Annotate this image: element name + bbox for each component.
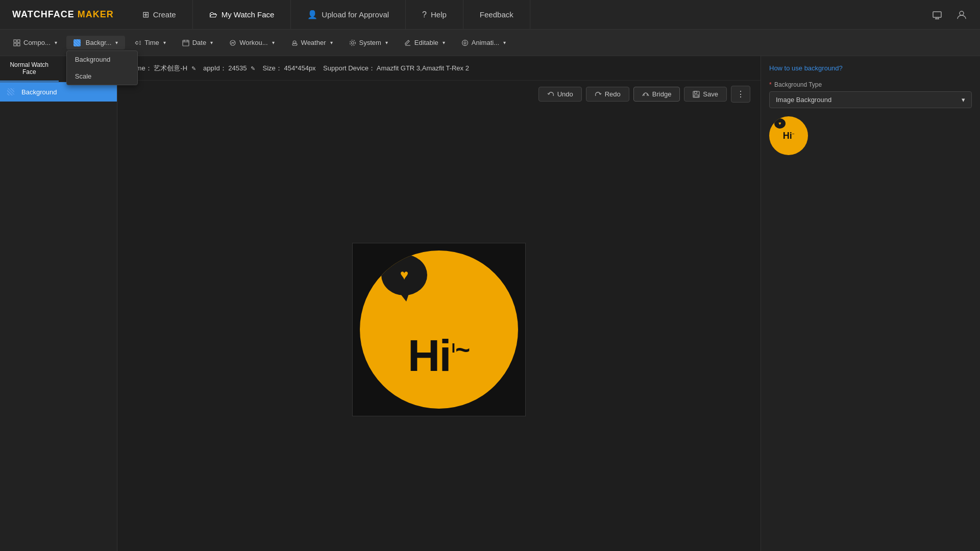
save-label: Save xyxy=(703,90,718,98)
toolbar-weather[interactable]: Weather ▾ xyxy=(284,36,340,49)
top-nav: WATCHFACE MAKER ⊞ Create 🗁 My Watch Face… xyxy=(0,0,980,30)
date-icon xyxy=(182,39,189,46)
svg-rect-29 xyxy=(694,95,698,97)
right-panel: How to use background? * Background Type… xyxy=(761,56,980,551)
svg-point-18 xyxy=(351,41,354,44)
appid-value: 24535 xyxy=(228,64,247,72)
tab-normal-watch-face[interactable]: Normal Watch Face xyxy=(0,56,59,82)
nav-my-watch-face-label: My Watch Face xyxy=(222,10,275,19)
redo-button[interactable]: Redo xyxy=(586,87,629,102)
toolbar-background-label: Backgr... xyxy=(86,39,112,46)
toolbar-date[interactable]: Date ▾ xyxy=(175,36,220,49)
system-chevron: ▾ xyxy=(385,40,388,45)
screen-icon xyxy=(932,10,942,20)
nav-screen-icon-btn[interactable] xyxy=(928,6,946,24)
svg-rect-0 xyxy=(933,12,941,17)
background-type-label: * Background Type xyxy=(769,81,972,88)
canvas-area: ♥ Hi I ~ xyxy=(117,108,761,551)
toolbar-editable[interactable]: Editable ▾ xyxy=(397,36,452,49)
background-item-icon xyxy=(7,87,16,96)
svg-point-19 xyxy=(350,40,355,45)
nav-create[interactable]: ⊞ Create xyxy=(126,0,193,29)
background-stripe-icon xyxy=(74,39,81,46)
editable-icon xyxy=(404,39,411,46)
background-dropdown: Background Scale xyxy=(66,51,138,85)
nav-upload-label: Upload for Approval xyxy=(322,10,389,19)
preview-hi-text: Hi~ xyxy=(783,131,795,141)
nav-items: ⊞ Create 🗁 My Watch Face 👤 Upload for Ap… xyxy=(126,0,919,29)
background-type-select[interactable]: Image Background ▾ xyxy=(769,91,972,108)
toolbar-editable-label: Editable xyxy=(414,39,438,46)
toolbar-components[interactable]: Compo... ▾ xyxy=(6,36,64,49)
dropdown-scale[interactable]: Scale xyxy=(67,68,137,85)
nav-my-watch-face[interactable]: 🗁 My Watch Face xyxy=(193,0,291,29)
edit-name-icon[interactable]: ✎ xyxy=(191,65,196,71)
create-icon: ⊞ xyxy=(142,10,149,19)
toolbar-system-label: System xyxy=(359,39,381,46)
undo-button[interactable]: Undo xyxy=(538,87,582,102)
device-value: Amazfit GTR 3,Amazfit T-Rex 2 xyxy=(377,64,469,72)
nav-feedback[interactable]: Feedback xyxy=(463,0,530,29)
toolbar-workout[interactable]: Workou... ▾ xyxy=(222,36,281,49)
toolbar-background[interactable]: Backgr... ▾ Background Scale xyxy=(66,36,126,49)
heart-icon: ♥ xyxy=(400,267,409,283)
components-icon xyxy=(13,39,20,46)
components-chevron: ▾ xyxy=(55,40,57,45)
user-icon xyxy=(956,9,967,20)
appid-label: appId： xyxy=(203,64,227,72)
nav-upload[interactable]: 👤 Upload for Approval xyxy=(291,0,406,29)
undo-label: Undo xyxy=(557,90,573,98)
svg-rect-5 xyxy=(14,40,16,42)
sidebar-background-label: Background xyxy=(21,88,57,96)
date-chevron: ▾ xyxy=(210,40,213,45)
preview-thumbnail: ♥ Hi~ xyxy=(769,116,810,157)
bridge-button[interactable]: Bridge xyxy=(633,87,680,102)
editable-chevron: ▾ xyxy=(443,40,445,45)
redo-label: Redo xyxy=(605,90,621,98)
help-icon: ? xyxy=(422,10,427,19)
edit-appid-icon[interactable]: ✎ xyxy=(251,65,255,71)
time-chevron: ▾ xyxy=(163,40,166,45)
svg-point-4 xyxy=(960,11,964,15)
tilde-text: ~ xyxy=(455,335,470,365)
toolbar-system[interactable]: System ▾ xyxy=(342,36,395,49)
svg-rect-8 xyxy=(17,43,20,46)
animation-icon xyxy=(461,39,469,46)
svg-point-22 xyxy=(464,42,466,44)
nav-feedback-label: Feedback xyxy=(480,10,513,19)
left-sidebar: Normal Watch Face Unlit Watch ... Backgr… xyxy=(0,56,117,551)
background-chevron: ▾ xyxy=(115,40,118,45)
action-bar: Undo Redo Bridge xyxy=(117,81,761,108)
toolbar-animation[interactable]: Animati... ▾ xyxy=(454,36,513,49)
nav-help[interactable]: ? Help xyxy=(406,0,463,29)
workout-icon xyxy=(229,39,236,46)
system-icon xyxy=(349,39,356,46)
svg-rect-7 xyxy=(14,43,16,46)
nav-user-icon-btn[interactable] xyxy=(952,6,971,24)
watch-canvas: ♥ Hi I ~ xyxy=(352,243,526,416)
more-options-button[interactable]: ⋮ xyxy=(731,86,750,103)
size-label: Size： xyxy=(263,64,282,72)
how-to-use-link[interactable]: How to use background? xyxy=(769,64,972,72)
chat-bubble: ♥ xyxy=(381,255,427,295)
upload-icon: 👤 xyxy=(307,10,317,19)
svg-rect-28 xyxy=(695,91,697,93)
preview-heart-dot: ♥ xyxy=(774,118,786,129)
watch-face-circle: ♥ Hi I ~ xyxy=(360,251,518,409)
undo-icon xyxy=(547,91,554,98)
size-value: 454*454px xyxy=(284,64,315,72)
preview-circle: ♥ Hi~ xyxy=(769,116,808,155)
toolbar-time[interactable]: Time ▾ xyxy=(127,36,173,49)
name-value: 艺术创意-H xyxy=(154,64,187,72)
save-button[interactable]: Save xyxy=(684,87,727,102)
redo-icon xyxy=(595,91,602,98)
toolbar-workout-label: Workou... xyxy=(239,39,267,46)
dropdown-background[interactable]: Background xyxy=(67,51,137,68)
center-area: Name： 艺术创意-H ✎ appId： 24535 ✎ Size： 454*… xyxy=(117,56,761,551)
toolbar: Compo... ▾ Backgr... ▾ Background Scale … xyxy=(0,30,980,56)
nav-right xyxy=(919,6,980,24)
required-star: * xyxy=(769,81,772,88)
background-type-arrow: ▾ xyxy=(962,96,965,104)
weather-chevron: ▾ xyxy=(330,40,333,45)
main-layout: Normal Watch Face Unlit Watch ... Backgr… xyxy=(0,56,980,551)
